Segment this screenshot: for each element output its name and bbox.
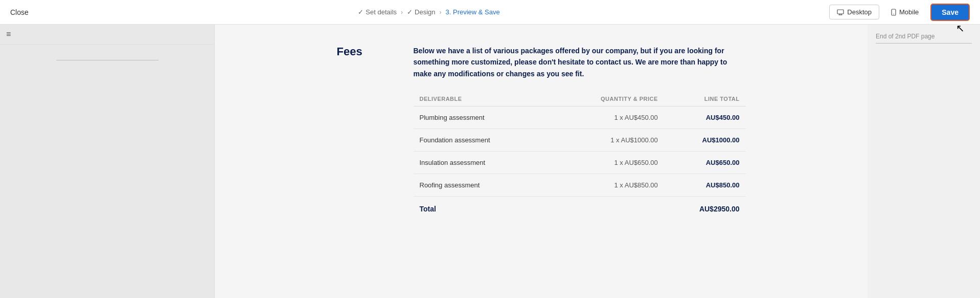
total-row: Total AU$2950.00 — [414, 197, 746, 221]
total-2: AU$1000.00 — [664, 129, 746, 152]
svg-rect-0 — [837, 10, 844, 14]
qty-3: 1 x AU$650.00 — [550, 152, 664, 174]
mobile-label: Mobile — [899, 8, 919, 16]
left-sidebar: ≡ — [0, 25, 215, 298]
step3-label: 3. Preview & Save — [446, 8, 500, 16]
qty-2: 1 x AU$1000.00 — [550, 129, 664, 152]
nav-right-actions: Desktop Mobile Save ↖ — [829, 4, 970, 21]
qty-1: 1 x AU$450.00 — [550, 107, 664, 129]
deliverable-3: Insulation assessment — [414, 152, 550, 174]
top-nav: Close ✓ Set details › ✓ Design › 3. Prev… — [0, 0, 980, 25]
step1-check: ✓ — [358, 8, 363, 16]
end-of-page-label: End of 2nd PDF page — [876, 33, 972, 40]
main-content: Fees Below we have a list of various pac… — [215, 25, 868, 298]
deliverable-1: Plumbing assessment — [414, 107, 550, 129]
total-value: AU$2950.00 — [699, 205, 740, 213]
step2: ✓ Design — [407, 8, 435, 16]
svg-rect-4 — [892, 9, 896, 15]
fees-description: Below we have a list of various packages… — [414, 45, 746, 79]
deliverable-4: Roofing assessment — [414, 174, 550, 197]
total-1: AU$450.00 — [664, 107, 746, 129]
step1: ✓ Set details — [358, 8, 397, 16]
svg-point-5 — [893, 13, 894, 14]
fees-section: Fees Below we have a list of various pac… — [337, 45, 746, 221]
fees-table-body: Plumbing assessment 1 x AU$450.00 AU$450… — [414, 107, 746, 197]
end-of-page-line — [876, 43, 972, 44]
page-divider — [56, 60, 158, 60]
fees-right: Below we have a list of various packages… — [414, 45, 746, 221]
mobile-icon — [891, 9, 896, 16]
close-button[interactable]: Close — [10, 8, 29, 16]
desktop-label: Desktop — [847, 8, 872, 16]
desktop-button[interactable]: Desktop — [829, 5, 879, 19]
sep1: › — [401, 9, 403, 16]
sidebar-content — [0, 45, 214, 298]
step1-label: Set details — [366, 8, 397, 16]
save-button[interactable]: Save — [930, 4, 970, 21]
total-3: AU$650.00 — [664, 152, 746, 174]
fees-table: DELIVERABLE QUANTITY & PRICE LINE TOTAL … — [414, 92, 746, 197]
total-label: Total — [420, 205, 436, 213]
mobile-button[interactable]: Mobile — [883, 5, 926, 19]
deliverable-2: Foundation assessment — [414, 129, 550, 152]
step2-check: ✓ — [407, 8, 413, 16]
table-row: Plumbing assessment 1 x AU$450.00 AU$450… — [414, 107, 746, 129]
sep2: › — [440, 9, 442, 16]
table-row: Insulation assessment 1 x AU$650.00 AU$6… — [414, 152, 746, 174]
fees-table-header: DELIVERABLE QUANTITY & PRICE LINE TOTAL — [414, 92, 746, 107]
hamburger-icon[interactable]: ≡ — [6, 30, 11, 38]
breadcrumb-steps: ✓ Set details › ✓ Design › 3. Preview & … — [358, 8, 499, 16]
step2-label: Design — [415, 8, 435, 16]
table-row: Roofing assessment 1 x AU$850.00 AU$850.… — [414, 174, 746, 197]
step3: 3. Preview & Save — [446, 8, 500, 16]
table-row: Foundation assessment 1 x AU$1000.00 AU$… — [414, 129, 746, 152]
qty-4: 1 x AU$850.00 — [550, 174, 664, 197]
col-line-total: LINE TOTAL — [664, 92, 746, 107]
col-qty-price: QUANTITY & PRICE — [550, 92, 664, 107]
total-4: AU$850.00 — [664, 174, 746, 197]
main-layout: ≡ Fees Below we have a list of various p… — [0, 25, 980, 298]
desktop-icon — [837, 9, 844, 15]
right-sidebar: End of 2nd PDF page — [868, 25, 980, 298]
sidebar-toolbar: ≡ — [0, 25, 214, 45]
col-deliverable: DELIVERABLE — [414, 92, 550, 107]
fees-title: Fees — [337, 45, 398, 221]
